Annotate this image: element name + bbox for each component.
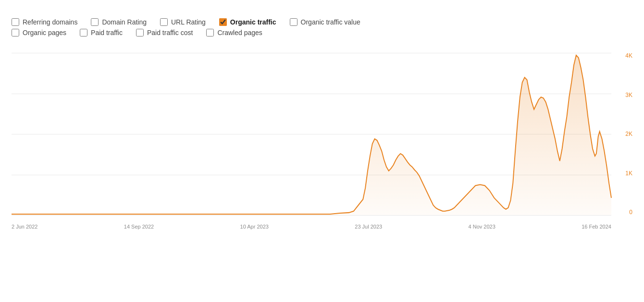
- checkbox-label-organic-traffic-value: Organic traffic value: [301, 18, 360, 26]
- chart-plot: [12, 53, 611, 215]
- performance-panel: Referring domainsDomain RatingURL Rating…: [0, 0, 644, 302]
- y-label-2K: 2K: [625, 131, 632, 137]
- checkbox-item-paid-traffic-cost[interactable]: Paid traffic cost: [136, 29, 193, 36]
- chart-area: 4K3K2K1K0 2 Jun 202214 Sep 202210 Apr 20…: [12, 42, 632, 230]
- checkbox-label-paid-traffic: Paid traffic: [91, 29, 123, 36]
- chart-svg: [12, 53, 611, 215]
- panel-header: [12, 10, 632, 12]
- y-label-3K: 3K: [625, 92, 632, 98]
- checkbox-item-referring-domains[interactable]: Referring domains: [12, 18, 77, 26]
- chart-fill-area: [12, 55, 611, 215]
- checkbox-item-organic-traffic-value[interactable]: Organic traffic value: [290, 18, 360, 26]
- checkbox-item-paid-traffic[interactable]: Paid traffic: [80, 29, 123, 36]
- checkbox-input-url-rating[interactable]: [160, 18, 168, 26]
- x-axis: 2 Jun 202214 Sep 202210 Apr 202323 Jul 2…: [12, 224, 611, 230]
- x-label: 14 Sep 2022: [124, 224, 154, 230]
- checkbox-item-organic-traffic[interactable]: Organic traffic: [219, 18, 276, 26]
- checkbox-label-crawled-pages: Crawled pages: [217, 29, 262, 36]
- checkbox-item-crawled-pages[interactable]: Crawled pages: [206, 29, 262, 36]
- grid-line-0: [12, 215, 611, 216]
- checkbox-label-paid-traffic-cost: Paid traffic cost: [147, 29, 193, 36]
- filter-checkboxes: Referring domainsDomain RatingURL Rating…: [12, 18, 632, 36]
- checkbox-row-1: Referring domainsDomain RatingURL Rating…: [12, 18, 632, 26]
- checkbox-label-domain-rating: Domain Rating: [102, 18, 147, 26]
- x-label: 4 Nov 2023: [469, 224, 495, 230]
- checkbox-label-referring-domains: Referring domains: [23, 18, 77, 26]
- y-label-0: 0: [629, 209, 632, 215]
- checkbox-input-organic-traffic-value[interactable]: [290, 18, 297, 26]
- y-label-4K: 4K: [625, 53, 632, 59]
- checkbox-input-paid-traffic-cost[interactable]: [136, 29, 144, 36]
- x-label: 2 Jun 2022: [12, 224, 37, 230]
- checkbox-input-organic-traffic[interactable]: [219, 18, 227, 26]
- y-axis: 4K3K2K1K0: [613, 53, 632, 215]
- checkbox-input-referring-domains[interactable]: [12, 18, 19, 26]
- x-label: 10 Apr 2023: [240, 224, 269, 230]
- x-label: 16 Feb 2024: [582, 224, 611, 230]
- checkbox-item-organic-pages[interactable]: Organic pages: [12, 29, 66, 36]
- checkbox-input-paid-traffic[interactable]: [80, 29, 87, 36]
- y-label-1K: 1K: [625, 170, 632, 176]
- checkbox-item-domain-rating[interactable]: Domain Rating: [91, 18, 147, 26]
- chart-inner: 4K3K2K1K0: [12, 53, 632, 215]
- checkbox-label-organic-traffic: Organic traffic: [230, 18, 276, 26]
- checkbox-input-organic-pages[interactable]: [12, 29, 19, 36]
- checkbox-item-url-rating[interactable]: URL Rating: [160, 18, 206, 26]
- checkbox-label-organic-pages: Organic pages: [23, 29, 66, 36]
- checkbox-input-crawled-pages[interactable]: [206, 29, 214, 36]
- checkbox-input-domain-rating[interactable]: [91, 18, 99, 26]
- x-label: 23 Jul 2023: [355, 224, 382, 230]
- checkbox-label-url-rating: URL Rating: [171, 18, 206, 26]
- collapse-button[interactable]: [627, 10, 632, 12]
- checkbox-row-2: Organic pagesPaid trafficPaid traffic co…: [12, 29, 632, 36]
